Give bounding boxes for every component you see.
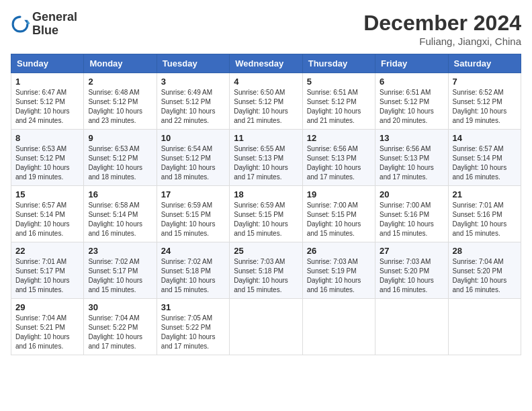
calendar-cell: 26 Sunrise: 7:03 AM Sunset: 5:19 PM Dayl… bbox=[302, 242, 375, 299]
day-number: 3 bbox=[161, 77, 225, 87]
sunset-label: Sunset: 5:14 PM bbox=[88, 211, 138, 218]
day-info: Sunrise: 6:52 AM Sunset: 5:12 PM Dayligh… bbox=[453, 88, 517, 126]
sunrise-label: Sunrise: 6:49 AM bbox=[161, 89, 212, 96]
calendar-cell: 9 Sunrise: 6:53 AM Sunset: 5:12 PM Dayli… bbox=[84, 130, 157, 186]
sunrise-label: Sunrise: 7:00 AM bbox=[307, 201, 358, 209]
sunset-label: Sunset: 5:13 PM bbox=[307, 154, 357, 162]
calendar-cell: 14 Sunrise: 6:57 AM Sunset: 5:14 PM Dayl… bbox=[448, 130, 521, 186]
day-info: Sunrise: 6:50 AM Sunset: 5:12 PM Dayligh… bbox=[234, 88, 298, 126]
calendar-cell: 2 Sunrise: 6:48 AM Sunset: 5:12 PM Dayli… bbox=[84, 73, 157, 130]
daylight-label: Daylight: 10 hours and 18 minutes. bbox=[88, 164, 142, 181]
calendar-cell: 24 Sunrise: 7:02 AM Sunset: 5:18 PM Dayl… bbox=[157, 242, 229, 299]
sunrise-label: Sunrise: 6:48 AM bbox=[88, 89, 139, 96]
daylight-label: Daylight: 10 hours and 19 minutes. bbox=[453, 107, 507, 124]
sunrise-label: Sunrise: 6:59 AM bbox=[234, 201, 285, 209]
location-subtitle: Fuliang, Jiangxi, China bbox=[363, 36, 521, 47]
day-info: Sunrise: 6:59 AM Sunset: 5:15 PM Dayligh… bbox=[161, 201, 225, 238]
calendar-cell: 18 Sunrise: 6:59 AM Sunset: 5:15 PM Dayl… bbox=[230, 186, 302, 242]
sunrise-label: Sunrise: 7:05 AM bbox=[161, 314, 212, 322]
sunset-label: Sunset: 5:16 PM bbox=[453, 211, 502, 218]
daylight-label: Daylight: 10 hours and 18 minutes. bbox=[161, 164, 216, 181]
day-info: Sunrise: 7:04 AM Sunset: 5:21 PM Dayligh… bbox=[15, 314, 79, 351]
sunrise-label: Sunrise: 7:03 AM bbox=[307, 258, 358, 265]
day-info: Sunrise: 6:59 AM Sunset: 5:15 PM Dayligh… bbox=[234, 201, 298, 238]
sunset-label: Sunset: 5:17 PM bbox=[15, 267, 65, 275]
day-info: Sunrise: 7:01 AM Sunset: 5:17 PM Dayligh… bbox=[15, 257, 79, 295]
calendar-cell bbox=[230, 299, 302, 355]
day-info: Sunrise: 7:02 AM Sunset: 5:18 PM Dayligh… bbox=[161, 257, 225, 295]
daylight-label: Daylight: 10 hours and 19 minutes. bbox=[15, 164, 70, 181]
calendar-cell: 23 Sunrise: 7:02 AM Sunset: 5:17 PM Dayl… bbox=[84, 242, 157, 299]
daylight-label: Daylight: 10 hours and 15 minutes. bbox=[234, 220, 288, 237]
sunset-label: Sunset: 5:12 PM bbox=[307, 98, 357, 105]
day-info: Sunrise: 6:57 AM Sunset: 5:14 PM Dayligh… bbox=[453, 144, 517, 182]
calendar-cell: 22 Sunrise: 7:01 AM Sunset: 5:17 PM Dayl… bbox=[11, 242, 84, 299]
daylight-label: Daylight: 10 hours and 15 minutes. bbox=[380, 220, 434, 237]
calendar-table: SundayMondayTuesdayWednesdayThursdayFrid… bbox=[11, 54, 521, 355]
daylight-label: Daylight: 10 hours and 15 minutes. bbox=[234, 277, 288, 293]
day-info: Sunrise: 6:48 AM Sunset: 5:12 PM Dayligh… bbox=[88, 88, 152, 126]
calendar-cell: 30 Sunrise: 7:04 AM Sunset: 5:22 PM Dayl… bbox=[84, 299, 157, 355]
calendar-cell bbox=[375, 299, 448, 355]
sunset-label: Sunset: 5:12 PM bbox=[234, 98, 283, 105]
day-number: 21 bbox=[453, 189, 517, 199]
daylight-label: Daylight: 10 hours and 24 minutes. bbox=[15, 107, 70, 124]
calendar-cell: 27 Sunrise: 7:03 AM Sunset: 5:20 PM Dayl… bbox=[375, 242, 448, 299]
day-info: Sunrise: 6:47 AM Sunset: 5:12 PM Dayligh… bbox=[15, 88, 79, 126]
day-number: 19 bbox=[307, 189, 371, 199]
day-number: 23 bbox=[88, 246, 152, 256]
sunset-label: Sunset: 5:12 PM bbox=[88, 98, 138, 105]
day-number: 30 bbox=[88, 302, 152, 312]
day-number: 25 bbox=[234, 246, 298, 256]
sunset-label: Sunset: 5:12 PM bbox=[88, 154, 138, 162]
day-number: 6 bbox=[380, 77, 443, 87]
sunset-label: Sunset: 5:18 PM bbox=[161, 267, 211, 275]
calendar-cell: 11 Sunrise: 6:55 AM Sunset: 5:13 PM Dayl… bbox=[230, 130, 302, 186]
calendar-cell: 19 Sunrise: 7:00 AM Sunset: 5:15 PM Dayl… bbox=[302, 186, 375, 242]
day-number: 8 bbox=[15, 133, 79, 143]
daylight-label: Daylight: 10 hours and 16 minutes. bbox=[15, 220, 70, 237]
day-info: Sunrise: 7:00 AM Sunset: 5:15 PM Dayligh… bbox=[307, 201, 371, 238]
day-number: 13 bbox=[380, 133, 443, 143]
calendar-cell: 1 Sunrise: 6:47 AM Sunset: 5:12 PM Dayli… bbox=[11, 73, 84, 130]
weekday-header-sunday: Sunday bbox=[11, 54, 84, 73]
day-info: Sunrise: 6:49 AM Sunset: 5:12 PM Dayligh… bbox=[161, 88, 225, 126]
sunrise-label: Sunrise: 7:04 AM bbox=[453, 258, 504, 265]
calendar-cell: 7 Sunrise: 6:52 AM Sunset: 5:12 PM Dayli… bbox=[448, 73, 521, 130]
daylight-label: Daylight: 10 hours and 21 minutes. bbox=[234, 107, 288, 124]
sunrise-label: Sunrise: 6:47 AM bbox=[15, 89, 66, 96]
day-number: 22 bbox=[15, 246, 79, 256]
daylight-label: Daylight: 10 hours and 16 minutes. bbox=[307, 277, 361, 293]
daylight-label: Daylight: 10 hours and 15 minutes. bbox=[161, 277, 216, 293]
day-info: Sunrise: 6:58 AM Sunset: 5:14 PM Dayligh… bbox=[88, 201, 152, 238]
sunset-label: Sunset: 5:12 PM bbox=[380, 98, 429, 105]
day-number: 26 bbox=[307, 246, 371, 256]
day-info: Sunrise: 6:56 AM Sunset: 5:13 PM Dayligh… bbox=[380, 144, 443, 182]
sunrise-label: Sunrise: 6:53 AM bbox=[88, 145, 139, 152]
daylight-label: Daylight: 10 hours and 16 minutes. bbox=[15, 333, 70, 350]
sunrise-label: Sunrise: 6:57 AM bbox=[453, 145, 504, 152]
sunset-label: Sunset: 5:13 PM bbox=[234, 154, 283, 162]
daylight-label: Daylight: 10 hours and 17 minutes. bbox=[161, 333, 216, 350]
calendar-cell: 13 Sunrise: 6:56 AM Sunset: 5:13 PM Dayl… bbox=[375, 130, 448, 186]
daylight-label: Daylight: 10 hours and 16 minutes. bbox=[380, 277, 434, 293]
day-number: 7 bbox=[453, 77, 517, 87]
sunset-label: Sunset: 5:15 PM bbox=[307, 211, 357, 218]
sunset-label: Sunset: 5:20 PM bbox=[453, 267, 502, 275]
sunset-label: Sunset: 5:22 PM bbox=[161, 324, 211, 331]
sunset-label: Sunset: 5:15 PM bbox=[161, 211, 211, 218]
calendar-cell: 6 Sunrise: 6:51 AM Sunset: 5:12 PM Dayli… bbox=[375, 73, 448, 130]
sunset-label: Sunset: 5:12 PM bbox=[453, 98, 502, 105]
calendar-cell: 5 Sunrise: 6:51 AM Sunset: 5:12 PM Dayli… bbox=[302, 73, 375, 130]
month-year-title: December 2024 bbox=[363, 11, 521, 36]
day-number: 10 bbox=[161, 133, 225, 143]
day-number: 5 bbox=[307, 77, 371, 87]
day-number: 31 bbox=[161, 302, 225, 312]
sunrise-label: Sunrise: 7:03 AM bbox=[234, 258, 285, 265]
day-info: Sunrise: 6:53 AM Sunset: 5:12 PM Dayligh… bbox=[15, 144, 79, 182]
sunrise-label: Sunrise: 6:54 AM bbox=[161, 145, 212, 152]
calendar-cell: 15 Sunrise: 6:57 AM Sunset: 5:14 PM Dayl… bbox=[11, 186, 84, 242]
sunset-label: Sunset: 5:14 PM bbox=[453, 154, 502, 162]
sunrise-label: Sunrise: 7:03 AM bbox=[380, 258, 431, 265]
daylight-label: Daylight: 10 hours and 15 minutes. bbox=[161, 220, 216, 237]
